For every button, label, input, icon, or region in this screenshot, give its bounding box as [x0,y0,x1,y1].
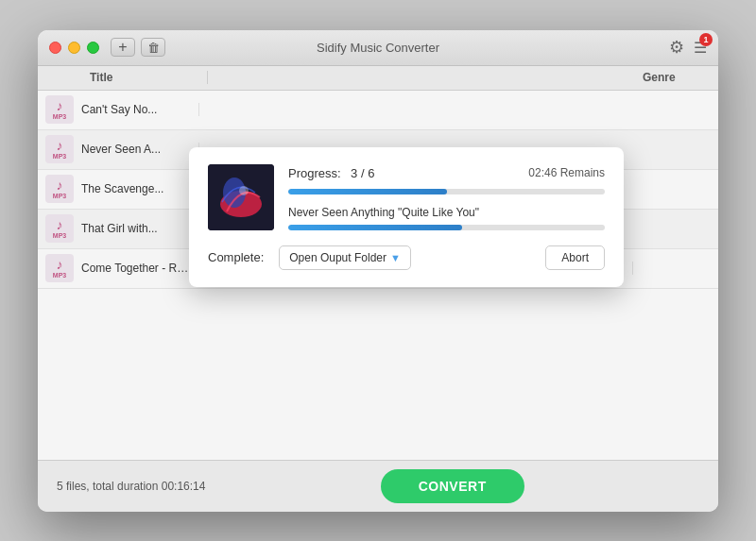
progress-label: Progress: [288,166,341,180]
titlebar-actions: ⚙ ☰ 1 [669,37,707,58]
close-button[interactable] [49,42,61,54]
track-title: Can't Say No... [81,103,199,116]
track-icon: ♪ MP3 [45,214,74,243]
delete-button[interactable]: 🗑 [141,38,165,57]
track-title: The Scavenge... [81,182,199,195]
open-folder-button[interactable]: Open Ouput Folder ▼ [279,245,411,270]
window-title: Sidify Music Converter [317,41,439,55]
svg-point-3 [239,186,249,195]
track-title: That Girl with... [81,222,199,235]
progress-dialog: Progress: 3 / 6 02:46 Remains Never Seen… [189,147,624,287]
track-progress-bar-container [288,225,605,230]
add-button[interactable]: + [111,38,135,57]
track-icon: ♪ MP3 [45,175,74,203]
footer: 5 files, total duration 00:16:14 CONVERT [38,460,718,512]
traffic-lights [49,42,99,54]
maximize-button[interactable] [87,42,99,54]
titlebar: + 🗑 Sidify Music Converter ⚙ ☰ 1 [38,30,718,66]
main-window: + 🗑 Sidify Music Converter ⚙ ☰ 1 Title G… [38,30,718,512]
current-track-label: Never Seen Anything "Quite Like You" [288,206,479,219]
minimize-button[interactable] [68,42,80,54]
table-body: ♪ MP3 Can't Say No... ♪ MP3 Never Seen A… [38,91,718,460]
table-row[interactable]: ♪ MP3 Can't Say No... [38,91,718,130]
track-title: Come Together - Remastere... [81,262,199,275]
notification-badge: 1 [699,33,713,46]
current-track-row: Never Seen Anything "Quite Like You" [288,206,605,219]
progress-count: 3 / 6 [351,166,374,180]
progress-remains: 02:46 Remains [528,166,605,179]
column-header-genre: Genre [633,71,718,84]
track-title: Never Seen A... [81,143,199,156]
dialog-top: Progress: 3 / 6 02:46 Remains Never Seen… [208,164,605,230]
table-header: Title Genre [38,66,718,91]
dialog-bottom: Complete: Open Ouput Folder ▼ Abort [208,245,605,270]
column-header-title: Title [38,71,208,84]
track-icon: ♪ MP3 [45,95,74,124]
gear-icon: ⚙ [669,38,684,57]
main-progress-bar-container [288,189,605,194]
album-art [208,164,274,230]
track-icon: ♪ MP3 [45,254,74,282]
track-icon: ♪ MP3 [45,135,74,163]
complete-label: Complete: [208,250,264,264]
convert-button[interactable]: CONVERT [381,469,524,503]
open-folder-label: Open Ouput Folder [289,251,387,264]
abort-button[interactable]: Abort [545,245,605,270]
progress-header-row: Progress: 3 / 6 02:46 Remains [288,164,605,181]
dropdown-arrow-icon: ▼ [390,252,401,263]
main-progress-bar-fill [288,189,447,194]
trash-icon: 🗑 [147,41,160,55]
footer-info: 5 files, total duration 00:16:14 [57,480,205,493]
notification-button[interactable]: ☰ 1 [694,39,707,57]
track-progress-bar-fill [288,225,462,230]
settings-button[interactable]: ⚙ [669,37,684,58]
dialog-info: Progress: 3 / 6 02:46 Remains Never Seen… [288,164,605,230]
